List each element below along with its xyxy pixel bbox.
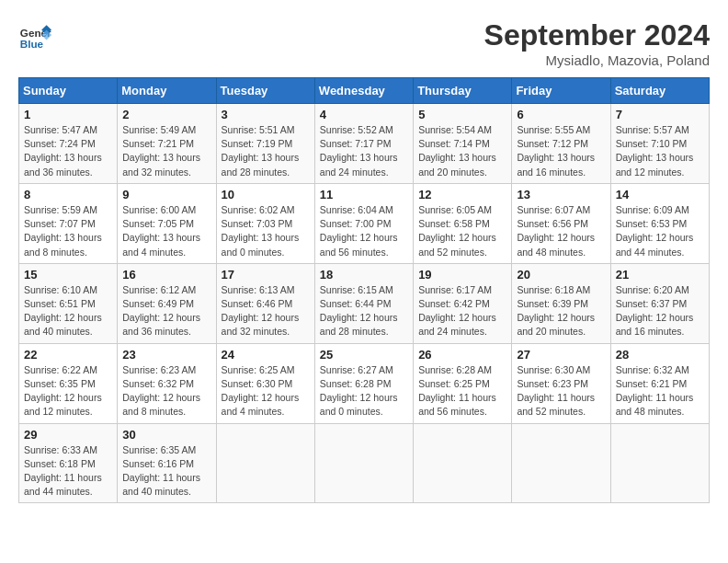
day-info: Sunrise: 5:55 AM Sunset: 7:12 PM Dayligh… bbox=[517, 123, 605, 179]
day-number: 5 bbox=[418, 108, 506, 121]
calendar-cell: 15Sunrise: 6:10 AM Sunset: 6:51 PM Dayli… bbox=[19, 263, 118, 343]
day-info: Sunrise: 6:35 AM Sunset: 6:16 PM Dayligh… bbox=[122, 443, 210, 500]
day-info: Sunrise: 5:59 AM Sunset: 7:07 PM Dayligh… bbox=[24, 203, 112, 259]
day-number: 17 bbox=[222, 268, 310, 282]
day-info: Sunrise: 6:02 AM Sunset: 7:03 PM Dayligh… bbox=[222, 203, 310, 259]
day-info: Sunrise: 6:27 AM Sunset: 6:28 PM Dayligh… bbox=[320, 363, 408, 419]
calendar-week-4: 22Sunrise: 6:22 AM Sunset: 6:35 PM Dayli… bbox=[19, 343, 710, 423]
calendar-cell: 14Sunrise: 6:09 AM Sunset: 6:53 PM Dayli… bbox=[610, 183, 709, 263]
calendar-cell bbox=[216, 423, 314, 503]
weekday-header-monday: Monday bbox=[118, 78, 216, 104]
calendar-cell bbox=[610, 423, 709, 503]
day-number: 22 bbox=[24, 348, 112, 362]
calendar-cell: 10Sunrise: 6:02 AM Sunset: 7:03 PM Dayli… bbox=[216, 183, 314, 263]
svg-text:Blue: Blue bbox=[20, 38, 44, 50]
day-info: Sunrise: 5:51 AM Sunset: 7:19 PM Dayligh… bbox=[222, 123, 310, 179]
weekday-header-sunday: Sunday bbox=[19, 78, 118, 104]
calendar-cell: 27Sunrise: 6:30 AM Sunset: 6:23 PM Dayli… bbox=[512, 343, 610, 423]
day-info: Sunrise: 6:28 AM Sunset: 6:25 PM Dayligh… bbox=[418, 363, 506, 419]
calendar-week-1: 1Sunrise: 5:47 AM Sunset: 7:24 PM Daylig… bbox=[19, 104, 710, 184]
day-number: 27 bbox=[517, 348, 605, 362]
weekday-header-friday: Friday bbox=[512, 78, 610, 104]
calendar-cell: 29Sunrise: 6:33 AM Sunset: 6:18 PM Dayli… bbox=[19, 423, 118, 503]
day-number: 11 bbox=[320, 188, 408, 201]
day-number: 24 bbox=[222, 348, 310, 362]
day-number: 25 bbox=[320, 348, 408, 362]
day-number: 19 bbox=[418, 268, 506, 282]
calendar-cell: 2Sunrise: 5:49 AM Sunset: 7:21 PM Daylig… bbox=[118, 104, 216, 184]
day-number: 26 bbox=[418, 348, 506, 362]
day-number: 20 bbox=[517, 268, 605, 282]
day-info: Sunrise: 6:05 AM Sunset: 6:58 PM Dayligh… bbox=[418, 203, 506, 259]
calendar-table: SundayMondayTuesdayWednesdayThursdayFrid… bbox=[18, 77, 710, 503]
calendar-cell: 30Sunrise: 6:35 AM Sunset: 6:16 PM Dayli… bbox=[118, 423, 216, 503]
day-number: 28 bbox=[616, 348, 704, 362]
day-number: 23 bbox=[122, 348, 210, 362]
day-info: Sunrise: 6:23 AM Sunset: 6:32 PM Dayligh… bbox=[122, 363, 210, 419]
day-info: Sunrise: 6:13 AM Sunset: 6:46 PM Dayligh… bbox=[222, 283, 310, 339]
calendar-cell: 24Sunrise: 6:25 AM Sunset: 6:30 PM Dayli… bbox=[216, 343, 314, 423]
calendar-cell: 5Sunrise: 5:54 AM Sunset: 7:14 PM Daylig… bbox=[414, 104, 512, 184]
calendar-week-2: 8Sunrise: 5:59 AM Sunset: 7:07 PM Daylig… bbox=[19, 183, 710, 263]
calendar-cell: 25Sunrise: 6:27 AM Sunset: 6:28 PM Dayli… bbox=[314, 343, 413, 423]
day-info: Sunrise: 6:09 AM Sunset: 6:53 PM Dayligh… bbox=[616, 203, 704, 259]
day-info: Sunrise: 6:33 AM Sunset: 6:18 PM Dayligh… bbox=[24, 443, 112, 500]
calendar-cell: 9Sunrise: 6:00 AM Sunset: 7:05 PM Daylig… bbox=[118, 183, 216, 263]
logo-icon: General Blue bbox=[18, 18, 51, 52]
day-info: Sunrise: 5:52 AM Sunset: 7:17 PM Dayligh… bbox=[320, 123, 408, 179]
weekday-header-saturday: Saturday bbox=[610, 78, 709, 104]
day-number: 14 bbox=[616, 188, 704, 201]
day-info: Sunrise: 5:54 AM Sunset: 7:14 PM Dayligh… bbox=[418, 123, 506, 179]
day-info: Sunrise: 6:30 AM Sunset: 6:23 PM Dayligh… bbox=[517, 363, 605, 419]
calendar-cell: 23Sunrise: 6:23 AM Sunset: 6:32 PM Dayli… bbox=[118, 343, 216, 423]
day-info: Sunrise: 6:18 AM Sunset: 6:39 PM Dayligh… bbox=[517, 283, 605, 339]
calendar-cell: 11Sunrise: 6:04 AM Sunset: 7:00 PM Dayli… bbox=[314, 183, 413, 263]
page-header: General Blue September 2024 Mysiadlo, Ma… bbox=[18, 18, 710, 68]
day-number: 12 bbox=[418, 188, 506, 201]
day-number: 15 bbox=[24, 268, 112, 282]
calendar-cell: 28Sunrise: 6:32 AM Sunset: 6:21 PM Dayli… bbox=[610, 343, 709, 423]
day-info: Sunrise: 6:00 AM Sunset: 7:05 PM Dayligh… bbox=[122, 203, 210, 259]
calendar-cell: 19Sunrise: 6:17 AM Sunset: 6:42 PM Dayli… bbox=[414, 263, 512, 343]
day-info: Sunrise: 6:25 AM Sunset: 6:30 PM Dayligh… bbox=[222, 363, 310, 419]
day-info: Sunrise: 6:17 AM Sunset: 6:42 PM Dayligh… bbox=[418, 283, 506, 339]
day-info: Sunrise: 6:32 AM Sunset: 6:21 PM Dayligh… bbox=[616, 363, 704, 419]
day-info: Sunrise: 5:47 AM Sunset: 7:24 PM Dayligh… bbox=[24, 123, 112, 179]
location: Mysiadlo, Mazovia, Poland bbox=[484, 52, 710, 68]
day-info: Sunrise: 6:07 AM Sunset: 6:56 PM Dayligh… bbox=[517, 203, 605, 259]
calendar-cell: 26Sunrise: 6:28 AM Sunset: 6:25 PM Dayli… bbox=[414, 343, 512, 423]
day-number: 18 bbox=[320, 268, 408, 282]
day-number: 9 bbox=[122, 188, 210, 201]
month-title: September 2024 bbox=[484, 18, 710, 52]
day-info: Sunrise: 6:10 AM Sunset: 6:51 PM Dayligh… bbox=[24, 283, 112, 339]
day-number: 16 bbox=[122, 268, 210, 282]
day-number: 3 bbox=[222, 108, 310, 121]
day-info: Sunrise: 5:57 AM Sunset: 7:10 PM Dayligh… bbox=[616, 123, 704, 179]
calendar-cell: 3Sunrise: 5:51 AM Sunset: 7:19 PM Daylig… bbox=[216, 104, 314, 184]
day-number: 2 bbox=[122, 108, 210, 121]
day-number: 29 bbox=[24, 428, 112, 442]
calendar-week-3: 15Sunrise: 6:10 AM Sunset: 6:51 PM Dayli… bbox=[19, 263, 710, 343]
calendar-cell: 13Sunrise: 6:07 AM Sunset: 6:56 PM Dayli… bbox=[512, 183, 610, 263]
day-info: Sunrise: 6:04 AM Sunset: 7:00 PM Dayligh… bbox=[320, 203, 408, 259]
calendar-cell: 4Sunrise: 5:52 AM Sunset: 7:17 PM Daylig… bbox=[314, 104, 413, 184]
calendar-cell: 18Sunrise: 6:15 AM Sunset: 6:44 PM Dayli… bbox=[314, 263, 413, 343]
day-info: Sunrise: 6:12 AM Sunset: 6:49 PM Dayligh… bbox=[122, 283, 210, 339]
day-info: Sunrise: 5:49 AM Sunset: 7:21 PM Dayligh… bbox=[122, 123, 210, 179]
calendar-cell: 1Sunrise: 5:47 AM Sunset: 7:24 PM Daylig… bbox=[19, 104, 118, 184]
calendar-cell: 8Sunrise: 5:59 AM Sunset: 7:07 PM Daylig… bbox=[19, 183, 118, 263]
calendar-cell: 16Sunrise: 6:12 AM Sunset: 6:49 PM Dayli… bbox=[118, 263, 216, 343]
calendar-cell bbox=[414, 423, 512, 503]
day-number: 1 bbox=[24, 108, 112, 121]
day-number: 8 bbox=[24, 188, 112, 201]
calendar-cell bbox=[314, 423, 413, 503]
day-number: 10 bbox=[222, 188, 310, 201]
calendar-cell: 22Sunrise: 6:22 AM Sunset: 6:35 PM Dayli… bbox=[19, 343, 118, 423]
calendar-week-5: 29Sunrise: 6:33 AM Sunset: 6:18 PM Dayli… bbox=[19, 423, 710, 503]
logo: General Blue bbox=[18, 18, 51, 52]
weekday-header-thursday: Thursday bbox=[414, 78, 512, 104]
calendar-cell: 7Sunrise: 5:57 AM Sunset: 7:10 PM Daylig… bbox=[610, 104, 709, 184]
day-number: 6 bbox=[517, 108, 605, 121]
calendar-cell: 21Sunrise: 6:20 AM Sunset: 6:37 PM Dayli… bbox=[610, 263, 709, 343]
calendar-cell: 12Sunrise: 6:05 AM Sunset: 6:58 PM Dayli… bbox=[414, 183, 512, 263]
